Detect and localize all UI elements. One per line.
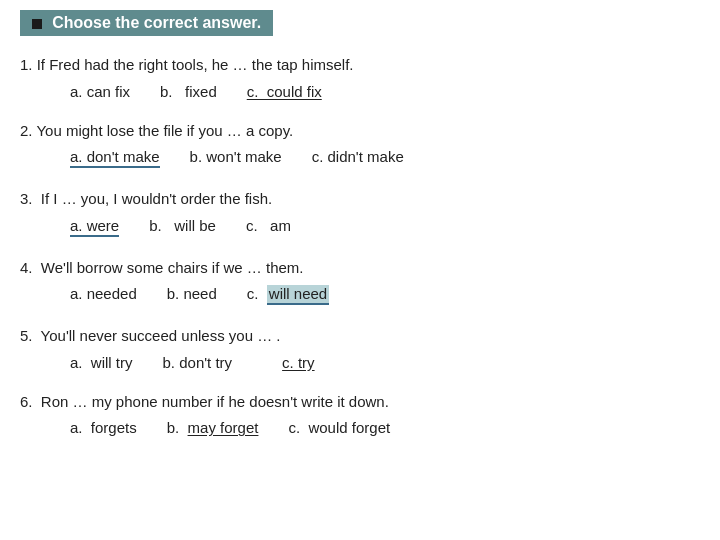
answer-6a: a. forgets bbox=[70, 419, 137, 438]
answer-2c: c. didn't make bbox=[312, 148, 404, 167]
answer-3c: c. am bbox=[246, 217, 291, 236]
question-1: 1. If Fred had the right tools, he … the… bbox=[20, 54, 700, 102]
answer-1c: c. could fix bbox=[247, 83, 322, 102]
answer-3a: a. were bbox=[70, 217, 119, 239]
answer-5b: b. don't try bbox=[163, 354, 233, 373]
question-2-text: 2. You might lose the file if you … a co… bbox=[20, 120, 700, 143]
question-6-answers: a. forgets b. may forget c. would forget bbox=[20, 419, 700, 438]
answer-4b: b. need bbox=[167, 285, 217, 304]
question-4-answers: a. needed b. need c. will need bbox=[20, 285, 700, 307]
header-label: Choose the correct answer. bbox=[52, 14, 261, 31]
questions-container: 1. If Fred had the right tools, he … the… bbox=[20, 54, 700, 438]
answer-2b: b. won't make bbox=[190, 148, 282, 167]
answer-6b: b. may forget bbox=[167, 419, 259, 438]
answer-5c: c. try bbox=[282, 354, 315, 373]
question-5-text: 5. You'll never succeed unless you … . bbox=[20, 325, 700, 348]
question-2: 2. You might lose the file if you … a co… bbox=[20, 120, 700, 171]
question-1-answers: a. can fix b. fixed c. could fix bbox=[20, 83, 700, 102]
answer-5a: a. will try bbox=[70, 354, 133, 373]
question-3-answers: a. were b. will be c. am bbox=[20, 217, 700, 239]
question-6: 6. Ron … my phone number if he doesn't w… bbox=[20, 391, 700, 439]
question-3: 3. If I … you, I wouldn't order the fish… bbox=[20, 188, 700, 239]
question-5-answers: a. will try b. don't try c. try bbox=[20, 354, 700, 373]
question-4-text: 4. We'll borrow some chairs if we … them… bbox=[20, 257, 700, 280]
question-3-text: 3. If I … you, I wouldn't order the fish… bbox=[20, 188, 700, 211]
answer-6c: c. would forget bbox=[288, 419, 390, 438]
answer-2a: a. don't make bbox=[70, 148, 160, 170]
answer-1a: a. can fix bbox=[70, 83, 130, 102]
answer-3b: b. will be bbox=[149, 217, 216, 236]
question-1-text: 1. If Fred had the right tools, he … the… bbox=[20, 54, 700, 77]
answer-4c: c. will need bbox=[247, 285, 329, 307]
answer-4a: a. needed bbox=[70, 285, 137, 304]
question-2-answers: a. don't make b. won't make c. didn't ma… bbox=[20, 148, 700, 170]
question-6-text: 6. Ron … my phone number if he doesn't w… bbox=[20, 391, 700, 414]
header-bar: Choose the correct answer. bbox=[20, 10, 273, 36]
question-4: 4. We'll borrow some chairs if we … them… bbox=[20, 257, 700, 308]
header-bullet bbox=[32, 19, 42, 29]
answer-1b: b. fixed bbox=[160, 83, 217, 102]
question-5: 5. You'll never succeed unless you … . a… bbox=[20, 325, 700, 373]
